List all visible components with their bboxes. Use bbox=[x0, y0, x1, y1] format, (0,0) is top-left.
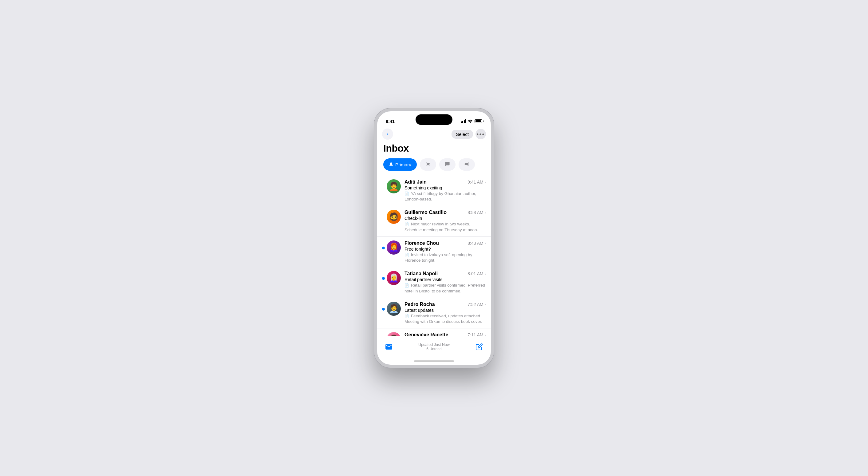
sender-name: Geneviève Racette bbox=[404, 332, 448, 336]
signal-icon bbox=[461, 119, 466, 123]
avatar: 🧑‍🦱 bbox=[387, 179, 401, 194]
wifi-icon bbox=[468, 119, 473, 124]
home-indicator bbox=[377, 357, 491, 365]
email-body: Pedro Rocha 7:52 AM › Latest updates 📄 F… bbox=[404, 302, 486, 324]
updated-text: Updated Just Now bbox=[418, 343, 450, 347]
tab-chat[interactable] bbox=[439, 158, 456, 171]
email-preview: 📄 Retail partner visits confirmed. Prefe… bbox=[404, 282, 486, 294]
email-time-row: 7:11 AM › bbox=[467, 332, 486, 336]
email-preview: 📄 Next major review in two weeks. Schedu… bbox=[404, 221, 486, 233]
email-subject: Retail partner visits bbox=[404, 277, 486, 282]
inbox-title: Inbox bbox=[377, 142, 491, 158]
email-time: 8:43 AM bbox=[467, 241, 483, 246]
nav-bar: ‹ Select ⬤⬤⬤ bbox=[377, 127, 491, 142]
cart-icon bbox=[425, 161, 431, 168]
ellipsis-icon: ⬤⬤⬤ bbox=[477, 133, 485, 135]
email-time-row: 9:41 AM › bbox=[467, 180, 486, 184]
tab-promotions[interactable] bbox=[459, 158, 475, 171]
person-icon bbox=[389, 162, 394, 167]
email-item[interactable]: 👩‍🦳 Tatiana Napoli 8:01 AM › Retail part… bbox=[377, 267, 491, 298]
phone-screen: 9:41 bbox=[377, 111, 491, 365]
battery-icon bbox=[474, 119, 482, 123]
tab-primary-label: Primary bbox=[395, 162, 411, 167]
email-item[interactable]: 🧔 Guillermo Castillo 8:58 AM › Check-in bbox=[377, 206, 491, 236]
email-body: Florence Chou 8:43 AM › Free tonight? 📄 … bbox=[404, 240, 486, 263]
sender-name: Tatiana Napoli bbox=[404, 271, 438, 276]
status-time: 9:41 bbox=[386, 119, 395, 124]
unread-indicator bbox=[382, 308, 385, 310]
email-preview: 📄 Feedback received, updates attached. M… bbox=[404, 313, 486, 324]
read-indicator bbox=[382, 216, 385, 219]
email-header: Florence Chou 8:43 AM › bbox=[404, 240, 486, 246]
sender-name: Aditi Jain bbox=[404, 179, 427, 185]
phone-frame: 9:41 bbox=[374, 108, 494, 368]
home-bar bbox=[414, 360, 454, 362]
bottom-bar: Updated Just Now 6 Unread bbox=[377, 336, 491, 357]
avatar: 👩‍🦳 bbox=[387, 271, 401, 285]
megaphone-icon bbox=[464, 161, 469, 168]
avatar: 🧑‍💼 bbox=[387, 302, 401, 316]
unread-count: 6 Unread bbox=[418, 347, 450, 351]
avatar: 👩‍🦱 bbox=[387, 332, 401, 336]
chevron-right-icon: › bbox=[485, 210, 486, 215]
chevron-right-icon: › bbox=[485, 180, 486, 184]
email-time-row: 8:43 AM › bbox=[467, 241, 486, 246]
nav-actions: Select ⬤⬤⬤ bbox=[452, 129, 486, 139]
category-tabs: Primary bbox=[377, 158, 491, 176]
email-time: 9:41 AM bbox=[467, 180, 483, 184]
chevron-right-icon: › bbox=[485, 241, 486, 245]
email-item[interactable]: 🧑‍💼 Pedro Rocha 7:52 AM › Latest updates bbox=[377, 298, 491, 328]
more-button[interactable]: ⬤⬤⬤ bbox=[475, 129, 486, 139]
back-chevron-icon: ‹ bbox=[387, 131, 388, 137]
phone-mockup: 9:41 bbox=[374, 108, 494, 368]
sender-name: Pedro Rocha bbox=[404, 302, 435, 307]
email-preview: 📄 Invited to izakaya soft opening by Flo… bbox=[404, 252, 486, 263]
dynamic-island bbox=[415, 114, 453, 125]
email-time: 8:58 AM bbox=[467, 210, 483, 215]
bubble-icon bbox=[445, 161, 450, 168]
email-subject: Check-in bbox=[404, 216, 486, 221]
email-header: Tatiana Napoli 8:01 AM › bbox=[404, 271, 486, 276]
chevron-right-icon: › bbox=[485, 271, 486, 276]
avatar: 👩‍🦰 bbox=[387, 240, 401, 255]
email-time: 7:52 AM bbox=[467, 302, 483, 307]
email-header: Geneviève Racette 7:11 AM › bbox=[404, 332, 486, 336]
svg-point-0 bbox=[390, 162, 392, 164]
email-list: 🧑‍🦱 Aditi Jain 9:41 AM › Something excit… bbox=[377, 176, 491, 336]
email-item[interactable]: 🧑‍🦱 Aditi Jain 9:41 AM › Something excit… bbox=[377, 176, 491, 206]
back-button[interactable]: ‹ bbox=[382, 128, 393, 140]
email-subject: Free tonight? bbox=[404, 247, 486, 251]
read-indicator bbox=[382, 185, 385, 188]
tab-shopping[interactable] bbox=[420, 158, 436, 171]
select-button[interactable]: Select bbox=[452, 130, 473, 139]
email-subject: Latest updates bbox=[404, 308, 486, 313]
email-time: 8:01 AM bbox=[467, 271, 483, 276]
mailbox-button[interactable] bbox=[383, 341, 394, 352]
avatar: 🧔 bbox=[387, 210, 401, 224]
compose-button[interactable] bbox=[474, 341, 485, 352]
email-time-row: 8:58 AM › bbox=[467, 210, 486, 215]
email-time-row: 7:52 AM › bbox=[467, 302, 486, 307]
email-body: Aditi Jain 9:41 AM › Something exciting … bbox=[404, 179, 486, 202]
sender-name: Florence Chou bbox=[404, 240, 439, 246]
sender-name: Guillermo Castillo bbox=[404, 210, 446, 215]
updated-info: Updated Just Now 6 Unread bbox=[418, 343, 450, 351]
chevron-right-icon: › bbox=[485, 302, 486, 306]
email-header: Aditi Jain 9:41 AM › bbox=[404, 179, 486, 185]
chevron-right-icon: › bbox=[485, 333, 486, 336]
unread-indicator bbox=[382, 247, 385, 249]
email-body: Guillermo Castillo 8:58 AM › Check-in 📄 … bbox=[404, 210, 486, 233]
main-content: Inbox Primary bbox=[377, 142, 491, 336]
tab-primary[interactable]: Primary bbox=[383, 158, 417, 171]
email-body: Geneviève Racette 7:11 AM › Some persona… bbox=[404, 332, 486, 336]
email-item[interactable]: 👩‍🦰 Florence Chou 8:43 AM › Free tonight… bbox=[377, 237, 491, 267]
status-bar: 9:41 bbox=[377, 111, 491, 127]
email-preview: 📄 YA sci-fi trilogy by Ghanaian author, … bbox=[404, 191, 486, 202]
unread-indicator bbox=[382, 277, 385, 280]
email-time-row: 8:01 AM › bbox=[467, 271, 486, 276]
email-header: Pedro Rocha 7:52 AM › bbox=[404, 302, 486, 307]
email-header: Guillermo Castillo 8:58 AM › bbox=[404, 210, 486, 215]
status-icons bbox=[461, 119, 483, 124]
email-item[interactable]: 👩‍🦱 Geneviève Racette 7:11 AM › Some per… bbox=[377, 328, 491, 336]
email-time: 7:11 AM bbox=[467, 332, 483, 336]
